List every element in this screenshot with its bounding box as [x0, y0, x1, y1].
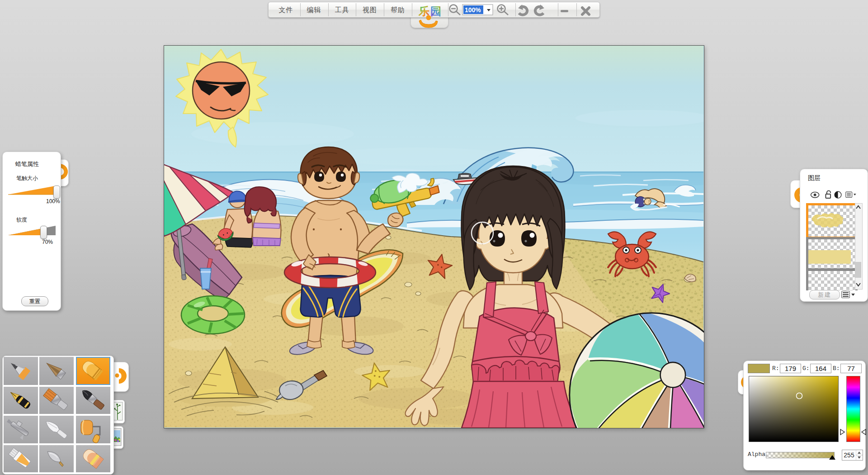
- svg-text:100%: 100%: [465, 6, 481, 14]
- svg-text:园: 园: [430, 5, 441, 17]
